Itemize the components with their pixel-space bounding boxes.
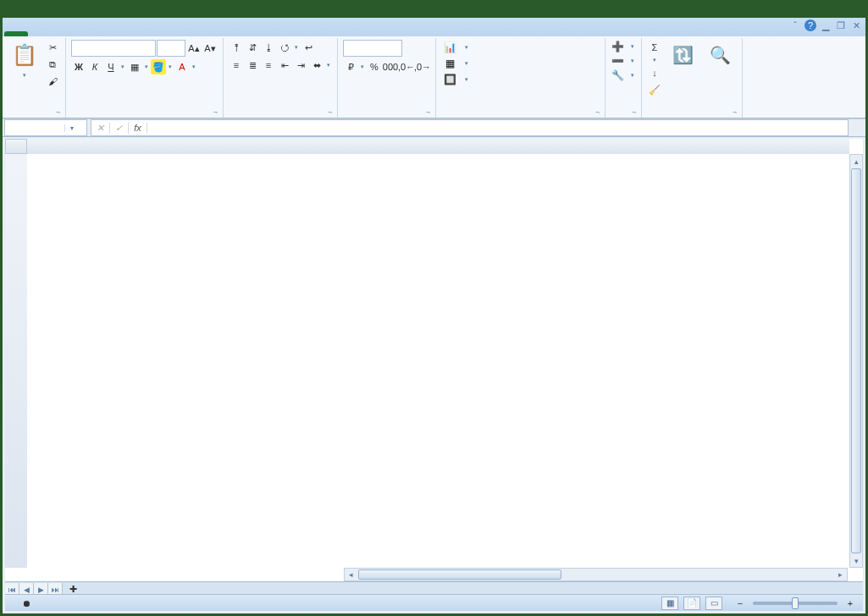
group-editing: Σ▾ ↓ 🧹 🔃 🔍 <box>642 38 743 118</box>
currency-button[interactable]: ₽ <box>343 59 358 74</box>
align-right-button[interactable]: ≡ <box>261 58 276 73</box>
bold-button[interactable]: Ж <box>71 59 86 74</box>
delete-icon: ➖ <box>611 54 624 68</box>
indent-increase-button[interactable]: ⇥ <box>293 58 308 73</box>
page-layout-view-button[interactable]: 📄 <box>683 597 700 610</box>
cells-area[interactable] <box>27 154 849 568</box>
italic-button[interactable]: К <box>87 59 102 74</box>
fill-button[interactable]: ↓ <box>647 65 662 80</box>
conditional-formatting-button[interactable]: 📊▾ <box>441 40 600 55</box>
copy-button[interactable]: ⧉ <box>45 57 60 72</box>
column-headers <box>27 139 849 154</box>
group-font: A▴ A▾ Ж К Ч▾ ▦▾ 🪣▾ A▾ <box>66 38 224 118</box>
align-left-button[interactable]: ≡ <box>229 58 244 73</box>
clipboard-icon: 📋 <box>11 41 38 69</box>
percent-button[interactable]: % <box>367 59 382 74</box>
align-middle-button[interactable]: ⇵ <box>245 40 260 55</box>
editing-group-label <box>647 114 737 118</box>
cancel-formula-button[interactable]: ✕ <box>91 123 110 134</box>
row-headers <box>5 154 27 568</box>
indent-decrease-button[interactable]: ⇤ <box>277 58 292 73</box>
cells-group-label <box>611 114 636 118</box>
group-number: ₽▾ % 000 ,0← ,0→ <box>338 38 436 118</box>
wrap-text-button[interactable]: ↩ <box>301 40 316 55</box>
scroll-up-button[interactable]: ▴ <box>850 155 862 168</box>
font-group-label <box>71 114 218 118</box>
window-close-icon[interactable]: ✕ <box>850 19 862 31</box>
minimize-ribbon-icon[interactable]: ˆ <box>789 19 801 31</box>
status-bar: ⏺ ▦ 📄 ▭ − + <box>5 594 863 611</box>
format-painter-button[interactable]: 🖌 <box>45 74 60 89</box>
number-group-label <box>343 114 430 118</box>
orientation-button[interactable]: ⭯ <box>277 40 292 55</box>
font-name-select[interactable] <box>71 40 156 57</box>
decrease-decimal-button[interactable]: ,0→ <box>415 59 430 74</box>
worksheet-grid: ▴ ▾ ◂ ▸ <box>5 139 863 581</box>
macro-record-button[interactable]: ⏺ <box>19 596 34 611</box>
alignment-group-label <box>229 114 332 118</box>
align-center-button[interactable]: ≣ <box>245 58 260 73</box>
scroll-right-button[interactable]: ▸ <box>834 569 847 580</box>
zoom-in-button[interactable]: + <box>843 596 858 611</box>
fill-color-button[interactable]: 🪣 <box>151 59 166 74</box>
group-cells: ➕▾ ➖▾ 🔧▾ <box>605 38 642 118</box>
insert-cells-button[interactable]: ➕▾ <box>611 40 636 53</box>
borders-button[interactable]: ▦ <box>127 59 142 74</box>
name-box[interactable]: ▾ <box>4 119 87 136</box>
underline-button[interactable]: Ч <box>103 59 119 74</box>
name-box-dropdown[interactable]: ▾ <box>64 124 78 132</box>
scroll-left-button[interactable]: ◂ <box>345 569 357 580</box>
ribbon: ˆ ? ▁ ❐ ✕ 📋 ▾ ✂ ⧉ 🖌 <box>3 18 865 118</box>
group-clipboard: 📋 ▾ ✂ ⧉ 🖌 <box>3 38 66 118</box>
format-icon: 🔧 <box>611 69 624 82</box>
name-box-input[interactable] <box>5 123 64 133</box>
vscroll-thumb[interactable] <box>851 168 861 553</box>
align-top-button[interactable]: ⭱ <box>229 40 244 55</box>
increase-decimal-button[interactable]: ,0← <box>399 59 414 74</box>
clear-button[interactable]: 🧹 <box>647 82 662 97</box>
font-size-select[interactable] <box>157 40 185 57</box>
align-bottom-button[interactable]: ⭳ <box>261 40 276 55</box>
cond-format-icon: 📊 <box>443 41 456 54</box>
styles-group-label <box>441 114 600 118</box>
table-icon: ▦ <box>443 57 456 70</box>
hscroll-thumb[interactable] <box>358 569 561 580</box>
help-icon[interactable]: ? <box>804 19 816 31</box>
vertical-scrollbar[interactable]: ▴ ▾ <box>849 154 863 568</box>
file-tab[interactable] <box>4 31 28 36</box>
comma-button[interactable]: 000 <box>383 59 398 74</box>
format-as-table-button[interactable]: ▦▾ <box>441 56 600 71</box>
select-all-corner[interactable] <box>5 139 27 154</box>
find-select-button[interactable]: 🔍 <box>703 40 737 97</box>
font-color-button[interactable]: A <box>174 59 190 74</box>
window-restore-icon[interactable]: ❐ <box>835 19 847 31</box>
formula-bar: ▾ ✕ ✓ fx <box>3 118 865 137</box>
zoom-thumb[interactable] <box>792 597 799 609</box>
group-styles: 📊▾ ▦▾ 🔲▾ <box>436 38 605 118</box>
cell-styles-button[interactable]: 🔲▾ <box>441 72 600 87</box>
shrink-font-button[interactable]: A▾ <box>202 41 218 56</box>
formula-input[interactable] <box>147 123 848 133</box>
zoom-slider[interactable] <box>753 602 838 605</box>
paste-button[interactable]: 📋 ▾ <box>8 40 41 89</box>
sort-filter-button[interactable]: 🔃 <box>666 40 699 97</box>
window-minimize-icon[interactable]: ▁ <box>820 19 832 31</box>
number-format-select[interactable] <box>343 40 402 57</box>
cell-styles-icon: 🔲 <box>443 73 456 86</box>
normal-view-button[interactable]: ▦ <box>661 597 678 610</box>
scroll-down-button[interactable]: ▾ <box>850 554 862 567</box>
zoom-out-button[interactable]: − <box>733 596 748 611</box>
horizontal-scrollbar[interactable]: ◂ ▸ <box>344 568 848 581</box>
fx-button[interactable]: fx <box>129 123 147 133</box>
format-cells-button[interactable]: 🔧▾ <box>611 69 636 82</box>
title-bar <box>3 3 865 18</box>
autosum-button[interactable]: Σ <box>647 40 662 55</box>
enter-formula-button[interactable]: ✓ <box>110 123 129 134</box>
merge-button[interactable]: ⬌ <box>309 58 324 73</box>
delete-cells-button[interactable]: ➖▾ <box>611 54 636 68</box>
page-break-view-button[interactable]: ▭ <box>705 597 722 610</box>
group-alignment: ⭱ ⇵ ⭳ ⭯▾ ↩ ≡ ≣ ≡ ⇤ ⇥ ⬌▾ <box>224 38 338 118</box>
cut-button[interactable]: ✂ <box>45 40 60 55</box>
grow-font-button[interactable]: A▴ <box>186 41 202 56</box>
sort-icon: 🔃 <box>669 41 696 69</box>
